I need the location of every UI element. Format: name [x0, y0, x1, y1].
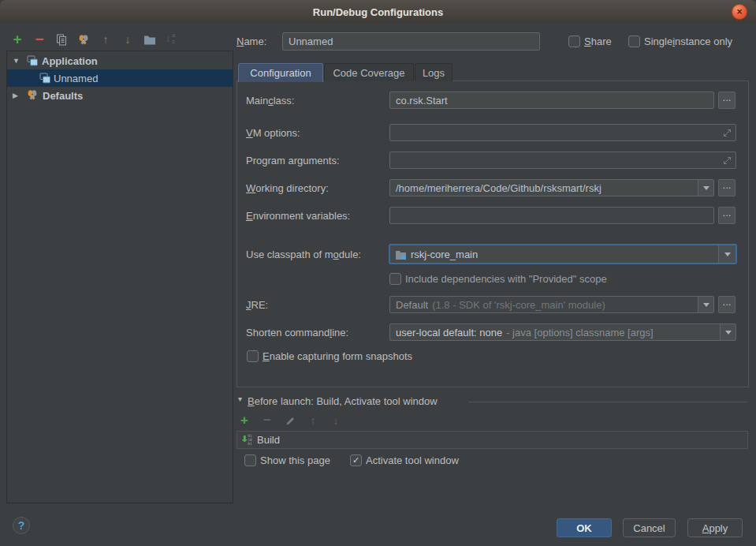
show-this-page-label[interactable]: Show this page — [260, 451, 330, 469]
expand-field-icon[interactable] — [723, 155, 732, 164]
environment-variables-label: Environment variables: — [246, 207, 350, 224]
tree-expand-arrow-icon[interactable]: ▼ — [13, 52, 20, 69]
move-task-down-icon[interactable]: ↓ — [330, 413, 342, 428]
defaults-wrench-icon — [26, 88, 39, 103]
before-launch-divider — [468, 402, 747, 402]
program-arguments-input[interactable] — [389, 151, 736, 169]
environment-variables-input[interactable] — [389, 207, 714, 224]
chevron-down-icon — [725, 331, 732, 335]
tab-configuration[interactable]: Configuration — [238, 63, 323, 82]
jre-dropdown-button[interactable] — [698, 297, 713, 312]
vm-options-label: VM options: — [246, 124, 300, 141]
chevron-down-icon — [703, 186, 709, 190]
use-classpath-value: rskj-core_main — [411, 249, 478, 260]
main-class-input[interactable] — [389, 92, 714, 109]
environment-variables-browse-button[interactable]: ... — [718, 207, 736, 224]
use-classpath-combo[interactable]: rskj-core_main — [389, 244, 737, 264]
task-list-item-build[interactable]: Build — [257, 434, 280, 446]
enable-capturing-checkbox[interactable] — [247, 350, 259, 362]
configurations-toolbar: + − ↑ ↓ ↓ a z — [11, 31, 178, 48]
share-label[interactable]: Share — [584, 32, 612, 50]
help-button[interactable]: ? — [13, 517, 30, 534]
tree-item-application[interactable]: Application — [42, 52, 98, 69]
tree-collapse-arrow-icon[interactable]: ▶ — [13, 87, 18, 104]
share-checkbox[interactable] — [568, 36, 580, 47]
move-task-up-icon[interactable]: ↑ — [307, 413, 319, 428]
single-instance-checkbox[interactable] — [628, 36, 640, 47]
shorten-command-line-label: Shorten command line: — [246, 323, 348, 341]
close-icon: × — [736, 6, 742, 17]
enable-capturing-label[interactable]: Enable capturing form snapshots — [263, 347, 412, 365]
new-folder-icon[interactable] — [143, 32, 156, 47]
tab-code-coverage[interactable]: Code Coverage — [324, 63, 414, 81]
activate-tool-window-checkbox[interactable]: ✓ — [350, 454, 362, 466]
copy-configuration-icon[interactable] — [55, 32, 68, 47]
question-mark-icon: ? — [18, 519, 25, 532]
use-classpath-dropdown-button[interactable] — [718, 245, 736, 263]
add-task-icon[interactable]: + — [238, 413, 251, 428]
edit-defaults-icon[interactable] — [77, 32, 90, 47]
include-dependencies-label[interactable]: Include dependencies with "Provided" sco… — [405, 270, 607, 287]
before-launch-task-list: 01 10 01 Build — [236, 431, 748, 449]
application-type-icon — [27, 55, 39, 69]
before-launch-toolbar: + − ↑ ↓ — [238, 413, 342, 428]
sort-alphabetically-icon[interactable]: ↓ a z — [166, 32, 178, 47]
window-close-button[interactable]: × — [732, 4, 747, 20]
before-launch-header[interactable]: Before launch: Build, Activate tool wind… — [248, 392, 438, 410]
include-dependencies-checkbox[interactable] — [389, 273, 401, 285]
build-icon: 01 10 01 — [241, 433, 254, 447]
cancel-button[interactable]: Cancel — [623, 518, 676, 537]
svg-text:01: 01 — [248, 442, 252, 446]
move-down-icon[interactable]: ↓ — [121, 32, 134, 47]
vm-options-input[interactable] — [389, 124, 736, 141]
name-input[interactable] — [282, 32, 540, 50]
jre-field[interactable]: Default (1.8 - SDK of 'rskj-core_main' m… — [389, 296, 714, 313]
shorten-command-line-dropdown-button[interactable] — [720, 324, 736, 340]
show-this-page-checkbox[interactable] — [244, 454, 256, 466]
activate-tool-window-label[interactable]: Activate tool window — [366, 451, 459, 469]
ok-button[interactable]: OK — [557, 518, 612, 537]
move-up-icon[interactable]: ↑ — [99, 32, 112, 47]
tree-item-unnamed[interactable]: Unnamed — [54, 69, 98, 87]
use-classpath-label: Use classpath of module: — [246, 245, 361, 263]
window-title: Run/Debug Configurations — [313, 6, 443, 18]
main-class-browse-button[interactable]: ... — [718, 92, 736, 109]
name-label: Name: — [236, 32, 266, 50]
remove-task-icon[interactable]: − — [261, 413, 274, 428]
tree-item-defaults[interactable]: Defaults — [43, 87, 83, 104]
main-class-label: Main class: — [246, 92, 294, 109]
working-directory-dropdown-button[interactable] — [698, 180, 713, 196]
jre-browse-button[interactable]: ... — [718, 296, 736, 313]
apply-button[interactable]: Apply — [687, 518, 743, 537]
chevron-down-icon — [724, 252, 731, 256]
edit-task-icon[interactable] — [284, 413, 296, 428]
expand-field-icon[interactable] — [723, 128, 732, 136]
application-type-icon — [39, 73, 51, 87]
working-directory-field[interactable]: /home/meriherrera/Code/Github/rsksmart/r… — [389, 179, 714, 196]
chevron-down-icon — [703, 303, 709, 307]
before-launch-collapse-icon[interactable]: ▾ — [238, 395, 242, 403]
working-directory-browse-button[interactable]: ... — [718, 179, 736, 196]
working-directory-label: Working directory: — [246, 179, 329, 196]
window-titlebar[interactable]: Run/Debug Configurations × — [0, 0, 756, 24]
module-icon — [395, 249, 407, 260]
check-icon: ✓ — [352, 455, 359, 466]
configurations-tree-panel — [6, 50, 233, 503]
remove-configuration-icon[interactable]: − — [33, 32, 46, 47]
program-arguments-label: Program arguments: — [246, 151, 340, 169]
add-configuration-icon[interactable]: + — [11, 32, 24, 47]
run-debug-configurations-dialog: Run/Debug Configurations × + − ↑ ↓ ↓ a z… — [0, 0, 756, 546]
single-instance-label[interactable]: Single instance only — [644, 32, 732, 50]
tab-logs[interactable]: Logs — [415, 63, 452, 81]
sort-arrow-icon: ↓ — [166, 33, 170, 44]
shorten-command-line-field[interactable]: user-local default: none - java [options… — [389, 323, 736, 341]
jre-label: JRE: — [246, 296, 268, 313]
